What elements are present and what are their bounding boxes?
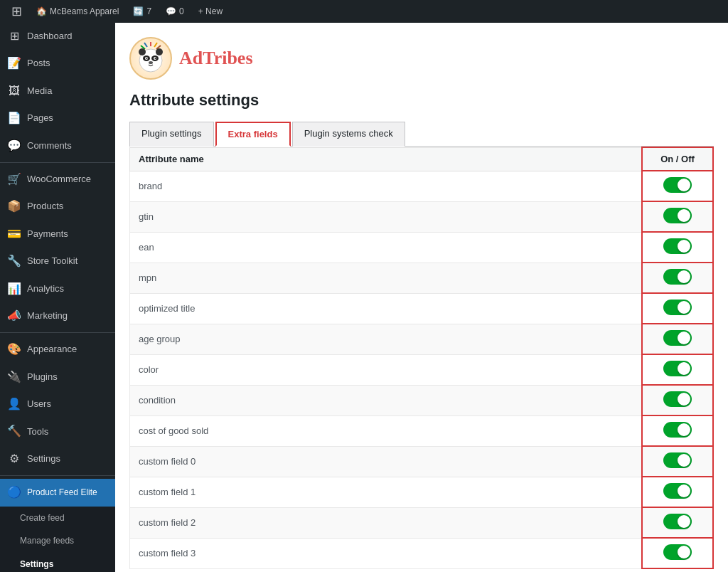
sidebar-item-product-feed-elite[interactable]: 🔵 Product Feed Elite bbox=[0, 479, 115, 506]
toggle-switch[interactable] bbox=[663, 330, 692, 346]
attribute-name-cell: age group bbox=[130, 324, 643, 354]
sidebar-item-comments[interactable]: 💬 Comments bbox=[0, 132, 115, 159]
sidebar-item-payments[interactable]: 💳 Payments bbox=[0, 221, 115, 248]
tab-extra-fields[interactable]: Extra fields bbox=[215, 122, 291, 147]
adtribes-logo-svg bbox=[133, 41, 168, 76]
table-row: cost of good sold bbox=[130, 415, 714, 446]
toggle-switch[interactable] bbox=[663, 361, 692, 376]
pages-icon: 📄 bbox=[7, 110, 21, 126]
tab-plugin-systems-check[interactable]: Plugin systems check bbox=[292, 122, 405, 147]
table-row: custom field 1 bbox=[130, 477, 714, 507]
svg-point-6 bbox=[139, 48, 146, 55]
toggle-switch[interactable] bbox=[663, 300, 692, 315]
table-row: condition bbox=[130, 385, 714, 415]
sidebar-item-analytics[interactable]: 📊 Analytics bbox=[0, 275, 115, 302]
svg-point-13 bbox=[155, 58, 156, 59]
tabs-container: Plugin settings Extra fields Plugin syst… bbox=[129, 121, 714, 147]
toggle-cell[interactable] bbox=[642, 232, 713, 263]
attribute-table: Attribute name On / Off brandgtineanmpno… bbox=[129, 147, 714, 569]
table-row: custom field 2 bbox=[130, 507, 714, 538]
sidebar-item-store-toolkit[interactable]: 🔧 Store Toolkit bbox=[0, 248, 115, 275]
svg-point-7 bbox=[156, 48, 163, 55]
sidebar-item-marketing[interactable]: 📣 Marketing bbox=[0, 302, 115, 329]
attribute-name-cell: custom field 1 bbox=[130, 477, 643, 507]
attribute-name-cell: optimized title bbox=[130, 293, 643, 324]
plugin-header: AdTribes bbox=[129, 37, 714, 80]
toggle-switch[interactable] bbox=[663, 514, 692, 529]
toggle-cell[interactable] bbox=[642, 263, 713, 293]
sidebar-item-appearance[interactable]: 🎨 Appearance bbox=[0, 336, 115, 363]
sidebar-item-settings[interactable]: ⚙ Settings bbox=[0, 445, 115, 472]
toggle-cell[interactable] bbox=[642, 171, 713, 201]
sidebar-item-plugins[interactable]: 🔌 Plugins bbox=[0, 364, 115, 391]
toggle-switch[interactable] bbox=[663, 208, 692, 223]
toggle-cell[interactable] bbox=[642, 507, 713, 538]
sidebar-divider-2 bbox=[0, 332, 115, 333]
toggle-cell[interactable] bbox=[642, 415, 713, 446]
woocommerce-icon: 🛒 bbox=[7, 171, 21, 187]
toggle-switch[interactable] bbox=[663, 483, 692, 499]
table-row: custom field 0 bbox=[130, 446, 714, 477]
toggle-cell[interactable] bbox=[642, 293, 713, 324]
toggle-cell[interactable] bbox=[642, 538, 713, 568]
toggle-switch[interactable] bbox=[663, 238, 692, 254]
main-content: AdTribes Attribute settings Plugin setti… bbox=[115, 23, 728, 572]
sidebar-item-manage-feeds[interactable]: Manage feeds bbox=[0, 529, 115, 553]
toggle-cell[interactable] bbox=[642, 477, 713, 507]
attribute-name-cell: custom field 0 bbox=[130, 446, 643, 477]
attribute-name-cell: ean bbox=[130, 232, 643, 263]
sidebar-item-woocommerce[interactable]: 🛒 WooCommerce bbox=[0, 166, 115, 193]
tab-plugin-settings[interactable]: Plugin settings bbox=[129, 122, 214, 147]
toggle-switch[interactable] bbox=[663, 422, 692, 438]
sidebar-divider-1 bbox=[0, 162, 115, 163]
settings-icon: ⚙ bbox=[7, 451, 21, 467]
product-feed-elite-icon: 🔵 bbox=[7, 484, 21, 500]
attribute-name-cell: custom field 3 bbox=[130, 538, 643, 568]
sidebar-divider-3 bbox=[0, 475, 115, 476]
svg-line-2 bbox=[154, 43, 157, 47]
attribute-name-cell: cost of good sold bbox=[130, 415, 643, 446]
toggle-switch[interactable] bbox=[663, 269, 692, 285]
sidebar-item-pfe-settings[interactable]: Settings bbox=[0, 553, 115, 572]
table-row: ean bbox=[130, 232, 714, 263]
attribute-name-cell: custom field 2 bbox=[130, 507, 643, 538]
sidebar-item-dashboard[interactable]: ⊞ Dashboard bbox=[0, 23, 115, 50]
site-name-button[interactable]: 🏠 McBeams Apparel bbox=[31, 0, 124, 23]
column-on-off: On / Off bbox=[642, 147, 713, 171]
attribute-name-cell: condition bbox=[130, 385, 643, 415]
store-toolkit-icon: 🔧 bbox=[7, 253, 21, 269]
sidebar-item-posts[interactable]: 📝 Posts bbox=[0, 50, 115, 77]
toggle-switch[interactable] bbox=[663, 452, 692, 468]
sidebar-item-pages[interactable]: 📄 Pages bbox=[0, 105, 115, 132]
media-icon: 🖼 bbox=[7, 83, 21, 99]
sidebar-item-users[interactable]: 👤 Users bbox=[0, 391, 115, 418]
toggle-cell[interactable] bbox=[642, 201, 713, 232]
sidebar: ⊞ Dashboard 📝 Posts 🖼 Media 📄 Pages 💬 Co… bbox=[0, 23, 115, 572]
sidebar-submenu-product-feed: Create feed Manage feeds Settings Licens… bbox=[0, 507, 115, 572]
updates-button[interactable]: 🔄 7 bbox=[127, 0, 157, 23]
toggle-switch[interactable] bbox=[663, 544, 692, 560]
toggle-cell[interactable] bbox=[642, 354, 713, 385]
svg-point-14 bbox=[149, 61, 153, 64]
appearance-icon: 🎨 bbox=[7, 341, 21, 357]
toggle-cell[interactable] bbox=[642, 446, 713, 477]
wp-logo-button[interactable]: ⊞ bbox=[6, 0, 28, 23]
tools-icon: 🔨 bbox=[7, 423, 21, 439]
attribute-name-cell: mpn bbox=[130, 263, 643, 293]
svg-point-12 bbox=[146, 58, 148, 59]
toggle-switch[interactable] bbox=[663, 391, 692, 407]
sidebar-item-products[interactable]: 📦 Products bbox=[0, 193, 115, 220]
table-row: custom field 3 bbox=[130, 538, 714, 568]
toggle-cell[interactable] bbox=[642, 385, 713, 415]
toggle-cell[interactable] bbox=[642, 324, 713, 354]
attribute-name-cell: gtin bbox=[130, 201, 643, 232]
comments-icon: 💬 bbox=[7, 138, 21, 154]
new-button[interactable]: + New bbox=[193, 0, 228, 23]
sidebar-item-create-feed[interactable]: Create feed bbox=[0, 507, 115, 530]
sidebar-item-media[interactable]: 🖼 Media bbox=[0, 78, 115, 105]
sidebar-item-tools[interactable]: 🔨 Tools bbox=[0, 418, 115, 445]
toggle-switch[interactable] bbox=[663, 177, 692, 193]
comments-button[interactable]: 💬 0 bbox=[160, 0, 190, 23]
table-header-row: Attribute name On / Off bbox=[130, 147, 714, 171]
plugins-icon: 🔌 bbox=[7, 369, 21, 385]
